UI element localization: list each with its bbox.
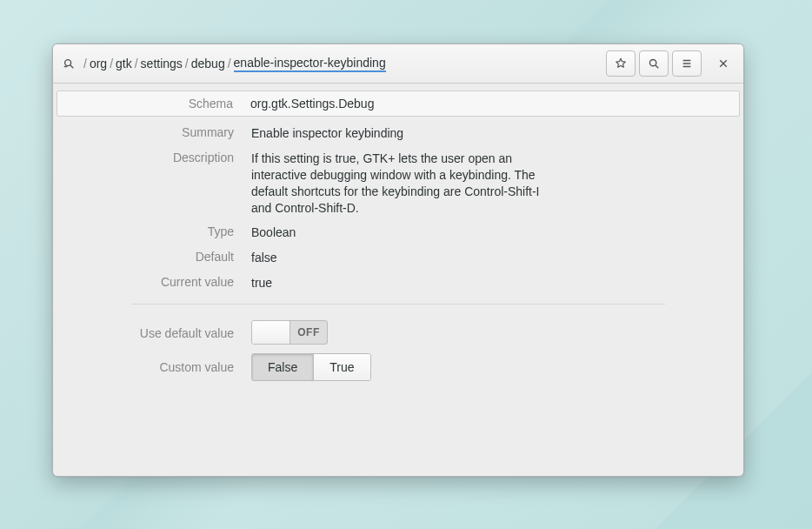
custom-value-false-button[interactable]: False: [252, 354, 313, 380]
use-default-label: Use default value: [58, 326, 244, 340]
summary-label: Summary: [58, 125, 244, 139]
description-value: If this setting is true, GTK+ lets the u…: [244, 151, 540, 217]
breadcrumb-sep: /: [83, 57, 87, 70]
search-button[interactable]: [639, 50, 669, 77]
type-row: Type Boolean: [53, 216, 743, 241]
breadcrumb-segment[interactable]: debug: [191, 57, 225, 70]
summary-row: Summary Enable inspector keybinding: [53, 117, 743, 142]
use-default-row: Use default value OFF: [53, 313, 743, 346]
svg-line-4: [656, 65, 658, 68]
switch-off-label: OFF: [290, 326, 327, 338]
current-value-label: Current value: [58, 275, 244, 289]
path-root-icon[interactable]: [63, 57, 75, 70]
bookmark-button[interactable]: [606, 50, 636, 77]
svg-line-1: [70, 65, 74, 69]
breadcrumb-segment[interactable]: settings: [141, 57, 183, 70]
schema-row: Schema org.gtk.Settings.Debug: [57, 90, 740, 117]
default-value: false: [244, 250, 277, 266]
headerbar: / org / gtk / settings / debug / enable-…: [53, 44, 743, 84]
breadcrumb-sep: /: [135, 57, 138, 70]
type-value: Boolean: [244, 224, 296, 241]
description-row: Description If this setting is true, GTK…: [53, 142, 743, 217]
description-label: Description: [58, 151, 244, 164]
key-details-pane: Schema org.gtk.Settings.Debug Summary En…: [53, 84, 743, 476]
window-close-button[interactable]: [710, 50, 736, 77]
schema-label: Schema: [57, 97, 243, 110]
breadcrumb-sep: /: [110, 57, 113, 70]
custom-value-true-button[interactable]: True: [313, 354, 369, 380]
custom-value-toggle: False True: [251, 353, 371, 381]
breadcrumb-sep: /: [185, 57, 189, 70]
use-default-switch[interactable]: OFF: [251, 320, 328, 345]
svg-point-0: [65, 60, 71, 66]
hamburger-menu-button[interactable]: [672, 50, 702, 77]
breadcrumb: / org / gtk / settings / debug / enable-…: [83, 56, 386, 72]
breadcrumb-sep: /: [228, 57, 231, 70]
breadcrumb-current[interactable]: enable-inspector-keybinding: [234, 56, 386, 72]
dconf-editor-window: / org / gtk / settings / debug / enable-…: [52, 44, 744, 477]
default-label: Default: [58, 250, 244, 264]
schema-value: org.gtk.Settings.Debug: [243, 97, 374, 110]
default-row: Default false: [53, 241, 743, 266]
type-label: Type: [58, 224, 244, 238]
section-divider: [131, 304, 665, 305]
custom-value-label: Custom value: [58, 360, 244, 374]
breadcrumb-segment[interactable]: gtk: [116, 57, 132, 70]
switch-knob: [252, 321, 290, 344]
current-value-row: Current value true: [53, 266, 743, 291]
breadcrumb-segment[interactable]: org: [90, 57, 107, 70]
current-value-value: true: [244, 275, 272, 291]
custom-value-row: Custom value False True: [53, 346, 743, 381]
summary-value: Enable inspector keybinding: [244, 125, 403, 142]
svg-point-3: [649, 59, 656, 65]
